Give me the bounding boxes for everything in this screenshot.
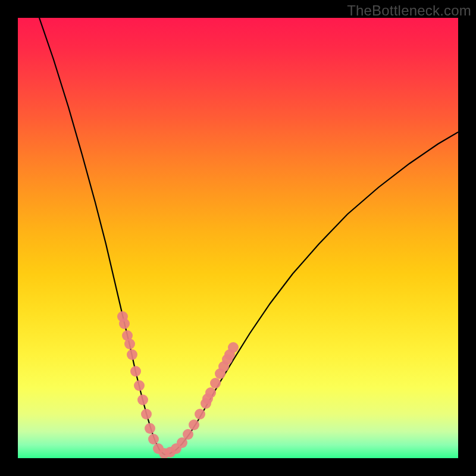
curve-left-branch [39, 18, 164, 455]
data-dot [210, 378, 221, 389]
plot-area [18, 18, 458, 458]
data-dot [205, 387, 216, 398]
watermark-text: TheBottleneck.com [347, 2, 471, 19]
data-dot [124, 339, 135, 349]
data-dot [183, 429, 193, 440]
outer-frame: TheBottleneck.com [0, 0, 476, 476]
data-dot [148, 434, 159, 444]
data-dot [134, 380, 145, 391]
data-dot [141, 409, 152, 419]
data-dot [127, 349, 137, 360]
data-dot [137, 394, 148, 405]
data-dot [189, 419, 199, 430]
data-dot [195, 409, 205, 419]
data-dot [228, 342, 239, 353]
data-dot [130, 366, 141, 377]
data-dots-group [117, 311, 239, 458]
data-dot [119, 318, 130, 329]
data-dot [145, 423, 155, 434]
chart-svg [18, 18, 458, 458]
